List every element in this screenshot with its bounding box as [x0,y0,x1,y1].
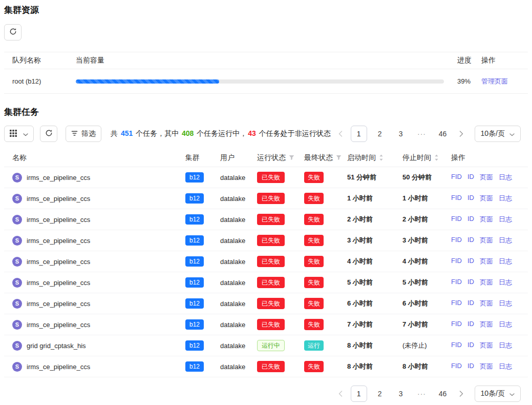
page-size-select[interactable]: 10条/页 [475,126,521,142]
action-link-id[interactable]: ID [467,215,474,224]
action-link-log[interactable]: 日志 [499,173,512,182]
row-actions: FIDID页面日志 [451,299,528,308]
column-header-user: 用户 [220,153,257,163]
action-link-fid[interactable]: FID [451,236,462,245]
pagination-page-46[interactable]: 46 [435,386,451,402]
action-link-id[interactable]: ID [467,173,474,182]
action-link-id[interactable]: ID [467,362,474,371]
pagination-prev-button[interactable] [335,126,346,142]
pagination-page-2[interactable]: 2 [372,386,388,402]
action-link-fid[interactable]: FID [451,278,462,287]
action-link-fid[interactable]: FID [451,362,462,371]
action-link-log[interactable]: 日志 [499,278,512,287]
chevron-down-icon [509,130,515,138]
action-link-page[interactable]: 页面 [480,236,493,245]
filter-icon [71,130,78,138]
pagination-next-button[interactable] [456,126,467,142]
action-link-log[interactable]: 日志 [499,341,512,350]
pagination-page-3[interactable]: 3 [393,386,409,402]
queue-progress-track [76,79,444,84]
pagination-next-button[interactable] [456,386,467,402]
start-time: 4 小时前 [347,257,402,266]
chevron-down-icon [23,130,28,138]
start-time: 51 分钟前 [347,173,402,182]
task-type-avatar: S [12,362,22,372]
action-link-id[interactable]: ID [467,236,474,245]
row-actions: FIDID页面日志 [451,215,528,224]
table-row: S irms_ce_pipeline_ccs b12 datalake 已失败 … [4,167,528,188]
action-link-page[interactable]: 页面 [480,215,493,224]
action-link-page[interactable]: 页面 [480,362,493,371]
action-link-fid[interactable]: FID [451,299,462,308]
action-link-page[interactable]: 页面 [480,278,493,287]
action-link-id[interactable]: ID [467,194,474,203]
task-type-avatar: S [12,173,22,183]
stopped-count: 43 [248,129,256,137]
action-link-id[interactable]: ID [467,278,474,287]
cluster-badge: b12 [185,214,204,225]
action-link-fid[interactable]: FID [451,215,462,224]
pagination-page-1[interactable]: 1 [351,126,367,142]
column-header-run-status: 运行状态 [257,153,304,163]
action-link-fid[interactable]: FID [451,173,462,182]
task-name: irms_ce_pipeline_ccs [27,300,90,308]
action-link-log[interactable]: 日志 [499,320,512,329]
final-status-badge: 失败 [304,235,324,246]
action-link-id[interactable]: ID [467,341,474,350]
run-status-badge: 已失败 [257,214,285,225]
page-size-select[interactable]: 10条/页 [475,386,521,402]
tasks-refresh-button[interactable] [40,126,57,142]
action-link-id[interactable]: ID [467,257,474,266]
sort-icon[interactable] [379,154,384,161]
column-settings-button[interactable] [4,126,34,142]
action-link-log[interactable]: 日志 [499,257,512,266]
funnel-icon[interactable] [289,155,294,160]
pagination-page-2[interactable]: 2 [372,126,388,142]
pagination-page-3[interactable]: 3 [393,126,409,142]
stop-time: 7 小时前 [402,320,451,329]
action-link-fid[interactable]: FID [451,320,462,329]
action-link-fid[interactable]: FID [451,194,462,203]
action-link-log[interactable]: 日志 [499,215,512,224]
action-link-page[interactable]: 页面 [480,341,493,350]
user-name: datalake [220,216,245,224]
funnel-icon[interactable] [336,155,342,160]
table-row: S irms_ce_pipeline_ccs b12 datalake 已失败 … [4,293,528,314]
action-link-fid[interactable]: FID [451,341,462,350]
action-link-page[interactable]: 页面 [480,299,493,308]
pagination-prev-button[interactable] [335,386,346,402]
start-time: 8 小时前 [347,341,402,350]
action-link-log[interactable]: 日志 [499,194,512,203]
final-status-badge: 失败 [304,214,324,225]
action-link-log[interactable]: 日志 [499,362,512,371]
column-header-stop-time: 停止时间 [402,153,451,163]
action-link-page[interactable]: 页面 [480,257,493,266]
action-link-page[interactable]: 页面 [480,320,493,329]
manage-page-link[interactable]: 管理页面 [481,77,508,85]
filter-button[interactable]: 筛选 [66,126,101,142]
action-link-log[interactable]: 日志 [499,299,512,308]
page-size-label: 10条/页 [481,129,505,138]
final-status-badge: 失败 [304,193,324,204]
pagination-page-46[interactable]: 46 [435,126,451,142]
sort-icon[interactable] [434,154,439,161]
user-name: datalake [220,237,245,245]
action-link-id[interactable]: ID [467,299,474,308]
resources-refresh-button[interactable] [4,24,22,40]
start-time: 3 小时前 [347,236,402,245]
user-name: datalake [220,279,245,287]
row-actions: FIDID页面日志 [451,257,528,266]
action-link-id[interactable]: ID [467,320,474,329]
action-link-fid[interactable]: FID [451,257,462,266]
summary-text-4: 个任务处于非运行状态 [257,129,331,137]
task-type-avatar: S [12,236,22,246]
action-link-page[interactable]: 页面 [480,194,493,203]
pagination-page-1[interactable]: 1 [351,386,367,402]
action-link-page[interactable]: 页面 [480,173,493,182]
task-name: irms_ce_pipeline_ccs [27,321,90,329]
task-summary: 共 451 个任务，其中 408 个任务运行中，43 个任务处于非运行状态 [111,129,331,138]
summary-text-1: 共 [111,129,120,137]
queue-row: root (b12) 39% 管理页面 [4,69,528,94]
action-link-log[interactable]: 日志 [499,236,512,245]
run-status-badge: 运行中 [257,340,285,351]
